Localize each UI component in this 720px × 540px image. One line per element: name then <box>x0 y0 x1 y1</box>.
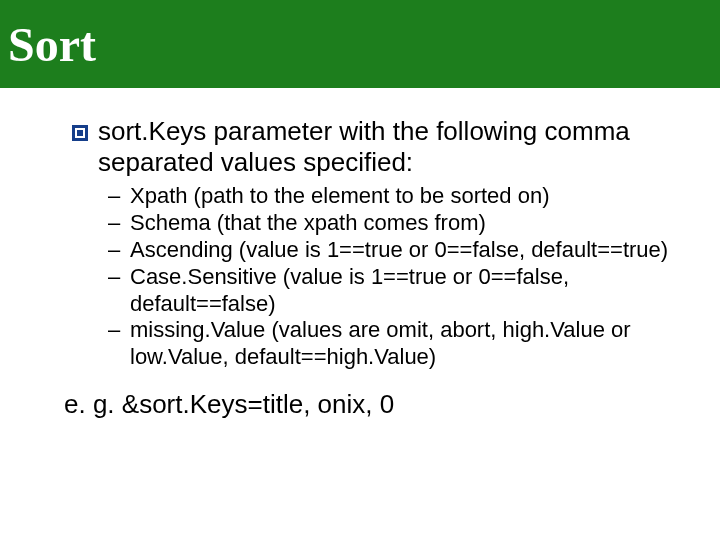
slide-title: Sort <box>8 17 96 72</box>
list-item: – Ascending (value is 1==true or 0==fals… <box>108 237 676 264</box>
sub-text: missing.Value (values are omit, abort, h… <box>130 317 676 371</box>
sub-text: Case.Sensitive (value is 1==true or 0==f… <box>130 264 676 318</box>
slide: Sort sort.Keys parameter with the follow… <box>0 0 720 540</box>
list-item: – Case.Sensitive (value is 1==true or 0=… <box>108 264 676 318</box>
list-item: – Schema (that the xpath comes from) <box>108 210 676 237</box>
sub-text: Ascending (value is 1==true or 0==false,… <box>130 237 668 264</box>
dash-icon: – <box>108 317 122 344</box>
list-item: – Xpath (path to the element to be sorte… <box>108 183 676 210</box>
title-bar: Sort <box>0 0 720 88</box>
sub-text: Xpath (path to the element to be sorted … <box>130 183 550 210</box>
sublist: – Xpath (path to the element to be sorte… <box>108 183 676 371</box>
example-text: e. g. &sort.Keys=title, onix, 0 <box>64 389 676 420</box>
sub-text: Schema (that the xpath comes from) <box>130 210 486 237</box>
main-bullet-text: sort.Keys parameter with the following c… <box>98 116 676 177</box>
slide-body: sort.Keys parameter with the following c… <box>0 88 720 420</box>
main-bullet-row: sort.Keys parameter with the following c… <box>72 116 676 177</box>
dash-icon: – <box>108 264 122 291</box>
dash-icon: – <box>108 183 122 210</box>
square-bullet-icon <box>72 125 88 141</box>
svg-rect-2 <box>77 130 83 136</box>
dash-icon: – <box>108 210 122 237</box>
list-item: – missing.Value (values are omit, abort,… <box>108 317 676 371</box>
dash-icon: – <box>108 237 122 264</box>
